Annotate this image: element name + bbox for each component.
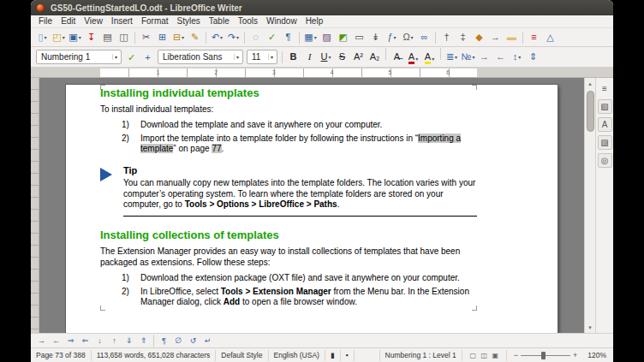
gallery-icon[interactable]: ▨: [598, 135, 612, 150]
clone-formatting-icon[interactable]: ✎: [188, 30, 202, 45]
undo-icon[interactable]: ↶▾: [210, 30, 224, 45]
new-document-icon-dropdown[interactable]: ▾: [45, 34, 47, 40]
find-replace-icon[interactable]: ◌: [248, 30, 263, 45]
insert-special-character-icon[interactable]: Ω▾: [401, 30, 415, 45]
insert-field-icon[interactable]: ƒ▾: [385, 30, 399, 45]
insert-unnumbered-entry-icon[interactable]: ¶: [158, 335, 170, 347]
insert-comment-icon[interactable]: ▬: [504, 30, 519, 45]
insert-entry-icon[interactable]: ↵: [201, 335, 214, 347]
insert-text-box-icon[interactable]: ▭: [352, 30, 367, 45]
scrollbar-thumb[interactable]: [587, 91, 594, 132]
no-list-icon[interactable]: ∅: [172, 335, 185, 347]
update-style-icon[interactable]: ✓: [124, 50, 139, 65]
restart-numbering-icon[interactable]: ↺: [187, 335, 200, 347]
zoom-track[interactable]: [521, 352, 570, 359]
highlight-color-icon[interactable]: A▾: [422, 51, 437, 66]
insert-table-icon-dropdown[interactable]: ▾: [314, 34, 317, 40]
menu-tools[interactable]: Tools: [234, 15, 262, 27]
single-page-view-icon[interactable]: ▢: [468, 350, 478, 360]
vertical-scrollbar[interactable]: ▲ ▼: [584, 78, 595, 333]
print-icon[interactable]: ▤: [100, 30, 115, 45]
insert-footnote-icon[interactable]: †: [439, 30, 454, 45]
chevron-down-icon[interactable]: ▾: [268, 54, 275, 60]
insert-image-icon[interactable]: ▨: [319, 30, 334, 45]
font-size-selector[interactable]: 11 ▾: [247, 50, 277, 64]
redo-icon-dropdown[interactable]: ▾: [236, 34, 239, 40]
open-icon-dropdown[interactable]: ▾: [63, 34, 65, 40]
subscript-icon[interactable]: A₂: [367, 50, 382, 64]
close-button[interactable]: [36, 3, 45, 12]
insert-hyperlink-icon[interactable]: ∞: [417, 30, 432, 45]
save-icon-dropdown[interactable]: ▾: [79, 34, 81, 40]
insert-bookmark-icon[interactable]: ◆: [472, 30, 486, 45]
line-spacing-icon-dropdown[interactable]: ▾: [518, 54, 521, 60]
spelling-icon[interactable]: ✓: [265, 30, 279, 45]
track-changes-icon[interactable]: ≡: [527, 30, 541, 45]
new-document-icon[interactable]: ▯▾: [35, 30, 50, 45]
chevron-down-icon[interactable]: ▾: [234, 54, 241, 60]
page-number-status[interactable]: Page 73 of 388: [31, 350, 92, 361]
insert-page-break-icon[interactable]: ↡: [368, 30, 383, 45]
move-down-with-subpoints-icon[interactable]: ⇓: [122, 335, 135, 347]
clear-formatting-icon[interactable]: A̶: [390, 50, 404, 64]
italic-icon[interactable]: I: [302, 50, 317, 64]
zoom-out-button[interactable]: −: [511, 351, 521, 359]
print-preview-icon[interactable]: ◫: [116, 30, 131, 45]
decrease-indent-icon[interactable]: ←: [493, 50, 508, 64]
menu-help[interactable]: Help: [301, 15, 328, 27]
menu-window[interactable]: Window: [262, 15, 301, 27]
paste-icon-dropdown[interactable]: ▾: [182, 34, 184, 40]
strikethrough-icon[interactable]: S: [335, 50, 349, 64]
multi-page-view-icon[interactable]: ◫: [480, 350, 489, 360]
bullet-list-icon-dropdown[interactable]: ▾: [455, 54, 457, 60]
title-bar[interactable]: GS50-GettingStartedLO.odt - LibreOffice …: [31, 0, 613, 15]
zoom-thumb[interactable]: [541, 352, 546, 359]
horizontal-ruler[interactable]: 123456: [31, 68, 613, 78]
zoom-slider[interactable]: − +: [507, 351, 585, 359]
promote-with-subpoints-icon[interactable]: ⇐: [79, 335, 92, 347]
move-up-with-subpoints-icon[interactable]: ⇑: [137, 335, 150, 347]
document-page[interactable]: Installing individual templates To insta…: [66, 85, 558, 333]
superscript-icon[interactable]: A²: [351, 50, 366, 64]
language-status[interactable]: English (USA): [269, 350, 325, 361]
scroll-down-icon[interactable]: ▼: [587, 322, 593, 333]
text-area[interactable]: Installing individual templates To insta…: [100, 85, 477, 311]
redo-icon[interactable]: ↷▾: [226, 30, 241, 45]
font-name-selector[interactable]: Liberation Sans ▾: [158, 50, 243, 64]
copy-icon[interactable]: ⊞: [155, 30, 170, 45]
properties-icon[interactable]: ▧: [598, 99, 612, 114]
cross-reference-field[interactable]: 77: [212, 144, 221, 153]
insert-endnote-icon[interactable]: ‡: [456, 30, 470, 45]
menu-styles[interactable]: Styles: [173, 15, 205, 27]
scroll-up-icon[interactable]: ▲: [587, 78, 593, 89]
document-modified-icon[interactable]: ▪: [341, 350, 355, 361]
chevron-down-icon[interactable]: ▾: [112, 54, 119, 60]
ruler-text-band[interactable]: 123456: [100, 68, 477, 77]
insert-chart-icon[interactable]: ◩: [336, 30, 350, 45]
undo-icon-dropdown[interactable]: ▾: [220, 34, 223, 40]
bullet-list-icon[interactable]: ≣▾: [444, 50, 459, 64]
show-draw-functions-icon[interactable]: △: [543, 30, 558, 45]
paragraph-style-selector[interactable]: Numbering 1 ▾: [36, 50, 122, 64]
font-color-icon[interactable]: A▾: [406, 51, 420, 66]
export-pdf-icon[interactable]: ↧: [84, 30, 98, 45]
paste-icon[interactable]: ⊟▾: [171, 30, 186, 45]
navigator-icon[interactable]: ◎: [598, 153, 612, 168]
menu-format[interactable]: Format: [137, 15, 173, 27]
insert-cross-reference-icon[interactable]: →: [488, 30, 503, 45]
zoom-level[interactable]: 120%: [584, 351, 613, 359]
demote-outline-icon[interactable]: →: [35, 335, 48, 347]
menu-file[interactable]: File: [34, 15, 57, 27]
menu-table[interactable]: Table: [205, 15, 234, 27]
list-level-status[interactable]: Numbering 1 : Level 1: [380, 350, 462, 361]
paragraph-spacing-icon[interactable]: ⇕: [526, 50, 540, 64]
zoom-in-button[interactable]: +: [570, 351, 580, 359]
numbered-list-icon-dropdown[interactable]: ▾: [472, 54, 474, 60]
demote-with-subpoints-icon[interactable]: ⇒: [64, 335, 77, 347]
insert-table-icon[interactable]: ▦▾: [303, 30, 318, 45]
line-spacing-icon[interactable]: ↕▾: [510, 50, 524, 64]
vertical-ruler[interactable]: [31, 78, 39, 333]
numbered-list-icon[interactable]: №▾: [461, 50, 475, 64]
sidebar-settings-icon[interactable]: ≡: [598, 81, 612, 96]
increase-indent-icon[interactable]: →: [477, 50, 492, 64]
